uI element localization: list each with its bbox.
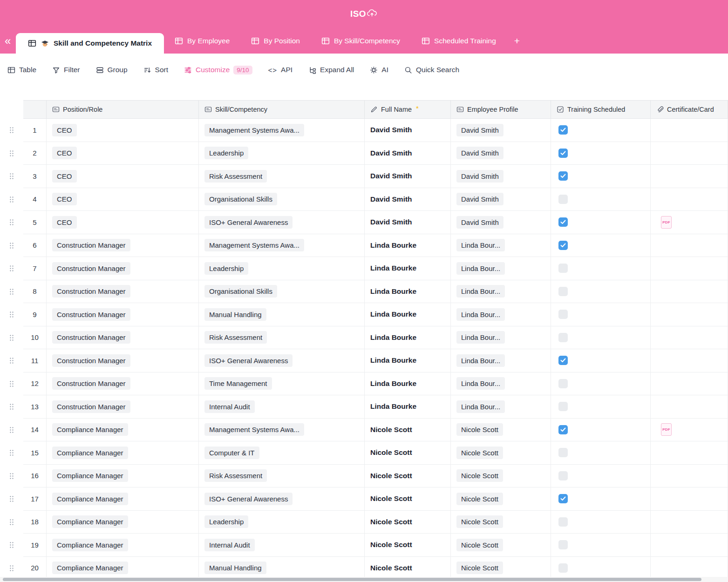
- certificate-card-cell[interactable]: [651, 349, 728, 372]
- skill-competency-cell[interactable]: Leadership: [199, 257, 365, 280]
- training-scheduled-cell[interactable]: [551, 303, 651, 326]
- header-position-role[interactable]: Position/Role: [47, 100, 199, 119]
- position-role-cell[interactable]: Compliance Manager: [47, 465, 199, 488]
- training-scheduled-cell[interactable]: [551, 349, 651, 372]
- employee-profile-cell[interactable]: David Smith: [451, 119, 551, 142]
- certificate-card-cell[interactable]: [651, 511, 728, 534]
- skill-competency-cell[interactable]: Management Systems Awa...: [199, 234, 365, 257]
- employee-profile-cell[interactable]: David Smith: [451, 211, 551, 234]
- full-name-cell[interactable]: Linda Bourke: [365, 326, 451, 350]
- row-number-cell[interactable]: 17: [23, 487, 47, 511]
- position-role-cell[interactable]: CEO: [47, 188, 199, 211]
- position-role-cell[interactable]: Compliance Manager: [47, 419, 199, 442]
- full-name-cell[interactable]: David Smith: [365, 211, 451, 234]
- drag-handle-icon[interactable]: [9, 519, 14, 526]
- employee-profile-cell[interactable]: Linda Bour...: [451, 234, 551, 257]
- full-name-cell[interactable]: Nicole Scott: [365, 557, 451, 580]
- row-number-cell[interactable]: 7: [23, 257, 47, 280]
- training-scheduled-cell[interactable]: [551, 142, 651, 165]
- drag-handle-icon[interactable]: [9, 219, 14, 226]
- employee-profile-cell[interactable]: Linda Bour...: [451, 257, 551, 280]
- full-name-cell[interactable]: Nicole Scott: [365, 441, 451, 465]
- skill-competency-cell[interactable]: ISO+ General Awareness: [199, 211, 365, 234]
- full-name-cell[interactable]: Linda Bourke: [365, 280, 451, 304]
- certificate-card-cell[interactable]: [651, 557, 728, 580]
- certificate-card-cell[interactable]: [651, 303, 728, 326]
- drag-handle-icon[interactable]: [9, 127, 14, 134]
- row-number-cell[interactable]: 11: [23, 349, 47, 372]
- position-role-cell[interactable]: Compliance Manager: [47, 511, 199, 534]
- drag-handle-icon[interactable]: [9, 565, 14, 572]
- tab-by-employee[interactable]: By Employee: [164, 28, 240, 54]
- collapse-sidebar-button[interactable]: «: [2, 34, 14, 47]
- full-name-cell[interactable]: Nicole Scott: [365, 419, 451, 442]
- position-role-cell[interactable]: Construction Manager: [47, 372, 199, 396]
- training-scheduled-cell[interactable]: [551, 211, 651, 234]
- employee-profile-cell[interactable]: Nicole Scott: [451, 511, 551, 534]
- certificate-card-cell[interactable]: [651, 441, 728, 465]
- row-number-cell[interactable]: 18: [23, 511, 47, 534]
- employee-profile-cell[interactable]: Nicole Scott: [451, 534, 551, 557]
- certificate-card-cell[interactable]: [651, 372, 728, 396]
- row-number-cell[interactable]: 20: [23, 557, 47, 580]
- skill-competency-cell[interactable]: Risk Assessment: [199, 326, 365, 350]
- employee-profile-cell[interactable]: Linda Bour...: [451, 395, 551, 419]
- skill-competency-cell[interactable]: Manual Handling: [199, 557, 365, 580]
- position-role-cell[interactable]: CEO: [47, 119, 199, 142]
- drag-handle-icon[interactable]: [9, 541, 14, 548]
- row-number-cell[interactable]: 12: [23, 372, 47, 396]
- header-training-scheduled[interactable]: Training Scheduled: [551, 100, 651, 119]
- header-employee-profile[interactable]: Employee Profile: [451, 100, 551, 119]
- position-role-cell[interactable]: Compliance Manager: [47, 487, 199, 511]
- training-checkbox[interactable]: [558, 402, 568, 411]
- training-scheduled-cell[interactable]: [551, 234, 651, 257]
- tab-by-skill-competency[interactable]: By Skill/Competency: [311, 28, 411, 54]
- drag-handle-icon[interactable]: [9, 173, 14, 180]
- training-checkbox[interactable]: [558, 264, 568, 273]
- group-button[interactable]: Group: [96, 66, 128, 74]
- row-number-cell[interactable]: 13: [23, 395, 47, 419]
- certificate-card-cell[interactable]: [651, 395, 728, 419]
- drag-handle-icon[interactable]: [9, 334, 14, 341]
- full-name-cell[interactable]: Nicole Scott: [365, 511, 451, 534]
- tab-skill-competency-matrix[interactable]: Skill and Competency Matrix: [16, 33, 164, 54]
- training-scheduled-cell[interactable]: [551, 257, 651, 280]
- row-number-cell[interactable]: 15: [23, 441, 47, 465]
- drag-handle-icon[interactable]: [9, 473, 14, 480]
- full-name-cell[interactable]: Linda Bourke: [365, 349, 451, 372]
- row-number-cell[interactable]: 3: [23, 165, 47, 188]
- skill-competency-cell[interactable]: Internal Audit: [199, 395, 365, 419]
- employee-profile-cell[interactable]: Nicole Scott: [451, 487, 551, 511]
- training-scheduled-cell[interactable]: [551, 534, 651, 557]
- training-checkbox[interactable]: [558, 287, 568, 296]
- position-role-cell[interactable]: Construction Manager: [47, 257, 199, 280]
- full-name-cell[interactable]: David Smith: [365, 119, 451, 142]
- training-scheduled-cell[interactable]: [551, 326, 651, 350]
- row-number-cell[interactable]: 9: [23, 303, 47, 326]
- full-name-cell[interactable]: David Smith: [365, 142, 451, 165]
- training-checkbox[interactable]: [558, 333, 568, 342]
- drag-handle-icon[interactable]: [9, 265, 14, 272]
- full-name-cell[interactable]: Nicole Scott: [365, 487, 451, 511]
- header-certificate-card[interactable]: Certificate/Card: [651, 100, 728, 119]
- skill-competency-cell[interactable]: ISO+ General Awareness: [199, 349, 365, 372]
- employee-profile-cell[interactable]: Linda Bour...: [451, 372, 551, 396]
- drag-handle-icon[interactable]: [9, 380, 14, 387]
- header-full-name[interactable]: Full Name *: [365, 100, 451, 119]
- position-role-cell[interactable]: Construction Manager: [47, 234, 199, 257]
- drag-handle-icon[interactable]: [9, 242, 14, 249]
- row-number-cell[interactable]: 8: [23, 280, 47, 304]
- drag-handle-icon[interactable]: [9, 150, 14, 157]
- skill-competency-cell[interactable]: Manual Handling: [199, 303, 365, 326]
- row-number-cell[interactable]: 10: [23, 326, 47, 350]
- full-name-cell[interactable]: Linda Bourke: [365, 257, 451, 280]
- position-role-cell[interactable]: Construction Manager: [47, 326, 199, 350]
- drag-handle-icon[interactable]: [9, 403, 14, 410]
- training-scheduled-cell[interactable]: [551, 165, 651, 188]
- row-number-cell[interactable]: 1: [23, 119, 47, 142]
- training-checkbox[interactable]: [558, 310, 568, 319]
- training-checkbox[interactable]: [558, 149, 568, 158]
- training-scheduled-cell[interactable]: [551, 419, 651, 442]
- employee-profile-cell[interactable]: Linda Bour...: [451, 326, 551, 350]
- position-role-cell[interactable]: CEO: [47, 142, 199, 165]
